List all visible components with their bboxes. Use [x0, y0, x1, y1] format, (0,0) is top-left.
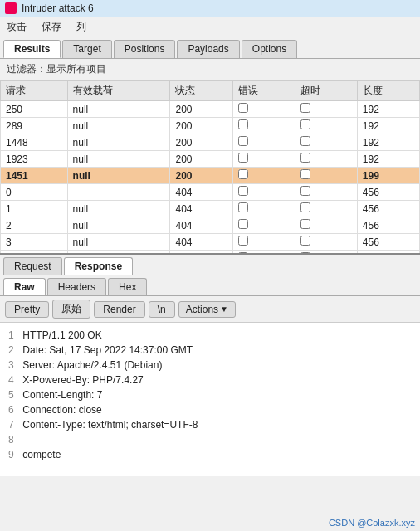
response-line: 7 Content-Type: text/html; charset=UTF-8	[8, 417, 412, 432]
actions-dropdown[interactable]: Actions ▼	[178, 301, 236, 318]
request-id: 1451	[1, 168, 68, 184]
timeout-cell[interactable]	[295, 184, 357, 201]
status-cell: 200	[170, 118, 232, 134]
line-number: 1	[8, 328, 20, 343]
error-cell[interactable]	[232, 151, 295, 168]
menu-item-保存[interactable]: 保存	[40, 19, 63, 35]
response-line: 1 HTTP/1.1 200 OK	[8, 328, 412, 343]
col-header-长度: 长度	[357, 81, 419, 101]
action-btn-render[interactable]: Render	[94, 301, 144, 318]
col-header-超时: 超时	[295, 81, 357, 101]
timeout-cell[interactable]	[295, 217, 357, 234]
request-id: 1923	[1, 151, 68, 168]
col-header-状态: 状态	[170, 81, 232, 101]
error-cell[interactable]	[232, 217, 295, 234]
payload-cell	[67, 184, 170, 201]
payload-cell: null	[67, 134, 170, 151]
main-tabs: ResultsTargetPositionsPayloadsOptions	[0, 37, 420, 59]
line-number: 3	[8, 358, 20, 373]
table-row[interactable]: 1448null200192	[1, 134, 420, 151]
app-icon	[5, 2, 17, 14]
panel-tab-response[interactable]: Response	[64, 257, 133, 275]
error-cell[interactable]	[232, 101, 295, 118]
request-id: 0	[1, 184, 68, 201]
timeout-cell[interactable]	[295, 201, 357, 217]
request-id: 289	[1, 118, 68, 134]
timeout-cell[interactable]	[295, 134, 357, 151]
response-line: 3 Server: Apache/2.4.51 (Debian)	[8, 358, 412, 373]
status-cell: 200	[170, 151, 232, 168]
length-cell: 456	[357, 234, 419, 251]
menu-item-攻击[interactable]: 攻击	[5, 19, 28, 35]
error-cell[interactable]	[232, 201, 295, 217]
action-btn-pretty[interactable]: Pretty	[5, 301, 49, 318]
table-row[interactable]: 1null404456	[1, 201, 420, 217]
status-cell: 404	[170, 234, 232, 251]
error-cell[interactable]	[232, 168, 295, 184]
timeout-cell[interactable]	[295, 168, 357, 184]
menu-bar: 攻击保存列	[0, 17, 420, 37]
error-cell[interactable]	[232, 234, 295, 251]
request-id: 1448	[1, 134, 68, 151]
main-tab-target[interactable]: Target	[62, 40, 111, 58]
timeout-cell[interactable]	[295, 101, 357, 118]
status-cell: 200	[170, 101, 232, 118]
main-tab-payloads[interactable]: Payloads	[177, 40, 239, 58]
payload-cell: null	[67, 234, 170, 251]
line-number: 2	[8, 343, 20, 358]
payload-cell: null	[67, 201, 170, 217]
sub-tab-headers[interactable]: Headers	[47, 278, 106, 295]
line-number: 5	[8, 387, 20, 402]
response-line: 2 Date: Sat, 17 Sep 2022 14:37:00 GMT	[8, 343, 412, 358]
sub-tab-hex[interactable]: Hex	[108, 278, 147, 295]
filter-label: 过滤器：	[7, 63, 46, 75]
table-row[interactable]: 2null404456	[1, 217, 420, 234]
col-header-请求: 请求	[1, 81, 68, 101]
main-tab-options[interactable]: Options	[242, 40, 297, 58]
table-row[interactable]: 3null404456	[1, 234, 420, 251]
line-number: 9	[8, 447, 20, 462]
panel-tab-request[interactable]: Request	[3, 257, 62, 275]
line-number: 8	[8, 432, 20, 447]
payload-cell: null	[67, 118, 170, 134]
title-bar: Intruder attack 6	[0, 0, 420, 17]
col-header-有效载荷: 有效载荷	[67, 81, 170, 101]
error-cell[interactable]	[232, 184, 295, 201]
payload-cell: null	[67, 101, 170, 118]
menu-item-列[interactable]: 列	[75, 19, 88, 35]
line-number: 7	[8, 417, 20, 432]
main-tab-positions[interactable]: Positions	[114, 40, 176, 58]
request-id: 250	[1, 101, 68, 118]
title-text: Intruder attack 6	[22, 2, 94, 14]
status-cell: 200	[170, 168, 232, 184]
table-row[interactable]: 1451null200199	[1, 168, 420, 184]
request-id: 1	[1, 201, 68, 217]
request-id: 2	[1, 217, 68, 234]
status-cell: 404	[170, 201, 232, 217]
table-row[interactable]: 289null200192	[1, 118, 420, 134]
response-line: 4 X-Powered-By: PHP/7.4.27	[8, 373, 412, 387]
error-cell[interactable]	[232, 118, 295, 134]
panel-tabs: RequestResponse	[0, 255, 420, 275]
response-line: 5 Content-Length: 7	[8, 387, 412, 402]
sub-tab-raw[interactable]: Raw	[3, 278, 46, 295]
timeout-cell[interactable]	[295, 234, 357, 251]
error-cell[interactable]	[232, 134, 295, 151]
response-content: 1 HTTP/1.1 200 OK2 Date: Sat, 17 Sep 202…	[0, 323, 420, 476]
table-row[interactable]: 1923null200192	[1, 151, 420, 168]
action-btn-n[interactable]: \n	[149, 301, 175, 318]
timeout-cell[interactable]	[295, 151, 357, 168]
response-line: 6 Connection: close	[8, 402, 412, 417]
filter-value: 显示所有项目	[46, 63, 106, 75]
payload-cell: null	[67, 217, 170, 234]
response-line: 8	[8, 432, 412, 447]
timeout-cell[interactable]	[295, 118, 357, 134]
payload-cell: null	[67, 151, 170, 168]
table-row[interactable]: 0404456	[1, 184, 420, 201]
action-btn-原始[interactable]: 原始	[52, 300, 90, 319]
status-cell: 404	[170, 217, 232, 234]
watermark: CSDN @Colazxk.xyz	[329, 518, 415, 528]
length-cell: 192	[357, 118, 419, 134]
table-row[interactable]: 250null200192	[1, 101, 420, 118]
main-tab-results[interactable]: Results	[3, 40, 61, 58]
